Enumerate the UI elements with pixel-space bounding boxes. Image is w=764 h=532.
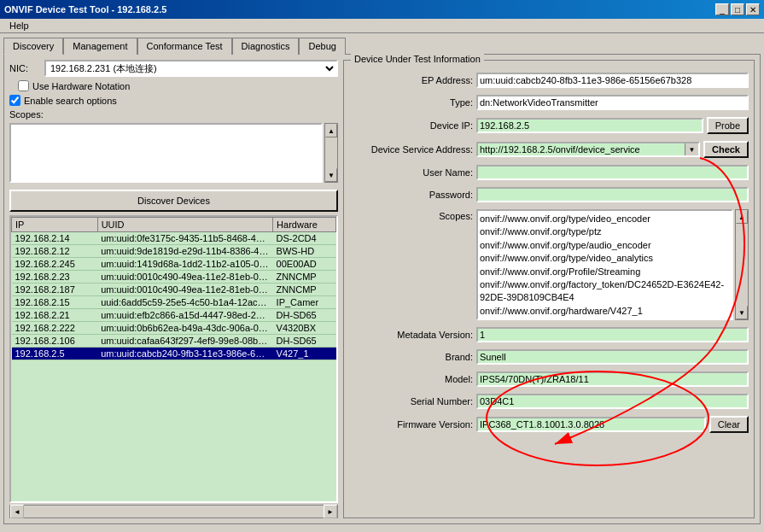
scroll-right-btn[interactable]: ► <box>324 505 337 518</box>
cell-ip: 192.168.2.15 <box>12 296 98 309</box>
scroll-left-btn[interactable]: ◄ <box>10 505 24 518</box>
tab-debug[interactable]: Debug <box>299 38 345 55</box>
right-scopes-scrollbar: ▲ ▼ <box>735 209 749 320</box>
tab-conformance-test[interactable]: Conformance Test <box>137 38 232 55</box>
cell-hardware: DH-SD65 <box>273 309 336 322</box>
nic-select[interactable]: 192.168.2.231 (本地连接) <box>44 60 338 77</box>
check-button[interactable]: Check <box>703 141 749 158</box>
col-uuid: UUID <box>97 218 272 232</box>
serial-number-input[interactable] <box>476 394 749 409</box>
service-address-row: Device Service Address: http://192.168.2… <box>349 141 749 158</box>
cell-hardware: V4320BX <box>273 322 336 335</box>
device-table-row[interactable]: 192.168.2.21 um:uuid:efb2c866-a15d-4447-… <box>12 309 336 322</box>
scopes-line: onvif://www.onvif.org/type/ptz <box>480 225 730 238</box>
minimize-button[interactable]: _ <box>715 3 729 15</box>
right-scopes-scroll-track <box>736 224 748 306</box>
nic-label: NIC: <box>9 63 39 73</box>
device-table: IP UUID Hardware 192.168.2.14 um:uuid:0f… <box>11 217 336 360</box>
service-address-label: Device Service Address: <box>349 144 473 155</box>
password-row: Password: <box>349 187 749 202</box>
scopes-scrollbar: ▲ ▼ <box>324 123 338 183</box>
device-list-scrollbar: ◄ ► <box>9 505 338 518</box>
service-address-dropdown[interactable]: ▼ <box>685 143 698 155</box>
device-table-row[interactable]: 192.168.2.106 um:uuid:cafaa643f297-4ef9-… <box>12 335 336 348</box>
help-menu[interactable]: Help <box>4 19 34 32</box>
password-label: Password: <box>349 190 473 200</box>
serial-number-label: Serial Number: <box>349 396 473 406</box>
scopes-scroll-down[interactable]: ▼ <box>325 168 337 182</box>
type-row: Type: <box>349 95 749 110</box>
metadata-version-row: Metadata Version: <box>349 327 749 342</box>
cell-hardware: IP_Camer <box>273 296 336 309</box>
device-table-row[interactable]: 192.168.2.23 um:uuid:0010c490-49ea-11e2-… <box>12 271 336 284</box>
left-panel: NIC: 192.168.2.231 (本地连接) Use Hardware N… <box>9 60 338 518</box>
device-list[interactable]: IP UUID Hardware 192.168.2.14 um:uuid:0f… <box>9 215 338 503</box>
enable-search-label: Enable search options <box>24 96 117 106</box>
scopes-scroll-track <box>325 137 337 168</box>
ep-address-row: EP Address: <box>349 73 749 88</box>
cell-ip: 192.168.2.245 <box>12 258 98 271</box>
type-input[interactable] <box>476 95 749 110</box>
title-bar: ONVIF Device Test Tool - 192.168.2.5 _ □… <box>0 0 764 19</box>
device-table-row[interactable]: 192.168.2.245 um:uuid:1419d68a-1dd2-11b2… <box>12 258 336 271</box>
cell-ip: 192.168.2.187 <box>12 284 98 296</box>
user-name-input[interactable] <box>476 165 749 180</box>
cell-uuid: um:uuid:9de1819d-e29d-11b4-8386-4419... <box>97 245 272 258</box>
serial-number-row: Serial Number: <box>349 394 749 409</box>
scopes-line: onvif://www.onvif.org/type/video_analyti… <box>480 252 730 265</box>
enable-search-checkbox[interactable] <box>9 95 20 106</box>
password-input[interactable] <box>476 187 749 202</box>
use-hardware-checkbox[interactable] <box>18 80 29 91</box>
cell-hardware: V427_1 <box>273 348 336 360</box>
ep-address-input[interactable] <box>476 73 749 88</box>
brand-label: Brand: <box>349 352 473 362</box>
probe-button[interactable]: Probe <box>707 117 749 134</box>
device-table-row[interactable]: 192.168.2.222 um:uuid:0b6b62ea-b49a-43dc… <box>12 322 336 335</box>
right-scopes-scroll-up[interactable]: ▲ <box>736 210 748 224</box>
maximize-button[interactable]: □ <box>731 3 744 15</box>
right-panel: Device Under Test Information EP Address… <box>343 60 755 518</box>
device-table-row[interactable]: 192.168.2.187 um:uuid:0010c490-49ea-11e2… <box>12 284 336 296</box>
cell-ip: 192.168.2.21 <box>12 309 98 322</box>
use-hardware-label: Use Hardware Notation <box>32 81 130 91</box>
tab-discovery[interactable]: Discovery <box>3 38 63 55</box>
scopes-input-box[interactable] <box>9 123 323 183</box>
cell-uuid: um:uuid:0fe3175c-9435-11b5-8468-4419... <box>97 232 272 245</box>
firmware-version-input[interactable] <box>476 417 706 432</box>
model-input[interactable] <box>476 371 749 387</box>
col-hardware: Hardware <box>273 218 336 232</box>
device-table-row[interactable]: 192.168.2.5 um:uuid:cabcb240-9fb3-11e3-9… <box>12 348 336 360</box>
metadata-version-input[interactable] <box>476 327 749 342</box>
content-area: NIC: 192.168.2.231 (本地连接) Use Hardware N… <box>3 54 761 524</box>
scopes-scroll-up[interactable]: ▲ <box>325 124 337 137</box>
brand-input[interactable] <box>476 349 749 365</box>
right-scopes-scroll-down[interactable]: ▼ <box>736 306 748 319</box>
tab-management[interactable]: Management <box>63 38 137 55</box>
device-table-row[interactable]: 192.168.2.15 uuid:6add5c59-25e5-4c50-b1a… <box>12 296 336 309</box>
scopes-label: Scopes: <box>9 109 338 120</box>
cell-hardware: BWS-HD <box>273 245 336 258</box>
cell-uuid: um:uuid:0b6b62ea-b49a-43dc-906a-0007... <box>97 322 272 335</box>
scopes-line: onvif://www.onvif.org/Model/IPS54/70DN(T… <box>480 318 730 320</box>
cell-hardware: ZNNCMP <box>273 271 336 284</box>
cell-uuid: um:uuid:0010c490-49ea-11e2-81eb-04d4... <box>97 271 272 284</box>
close-button[interactable]: ✕ <box>746 3 760 15</box>
cell-ip: 192.168.2.106 <box>12 335 98 348</box>
service-address-value: http://192.168.2.5/onvif/device_service <box>478 143 642 155</box>
scopes-line: onvif://www.onvif.org/factory_token/DC24… <box>480 278 730 305</box>
clear-button[interactable]: Clear <box>709 416 749 433</box>
model-label: Model: <box>349 374 473 384</box>
discover-devices-button[interactable]: Discover Devices <box>9 190 338 212</box>
scopes-line: onvif://www.onvif.org/type/video_encoder <box>480 213 730 225</box>
use-hardware-row: Use Hardware Notation <box>18 80 338 91</box>
tab-diagnostics[interactable]: Diagnostics <box>232 38 300 55</box>
device-table-row[interactable]: 192.168.2.14 um:uuid:0fe3175c-9435-11b5-… <box>12 232 336 245</box>
firmware-version-label: Firmware Version: <box>349 419 473 430</box>
device-ip-input[interactable] <box>476 118 703 133</box>
user-name-row: User Name: <box>349 165 749 180</box>
right-scopes-box[interactable]: onvif://www.onvif.org/type/video_encoder… <box>476 209 733 320</box>
model-row: Model: <box>349 371 749 387</box>
device-table-row[interactable]: 192.168.2.12 um:uuid:9de1819d-e29d-11b4-… <box>12 245 336 258</box>
scopes-line: onvif://www.onvif.org/type/audio_encoder <box>480 239 730 252</box>
scopes-line: onvif://www.onvif.org/Profile/Streaming <box>480 266 730 278</box>
